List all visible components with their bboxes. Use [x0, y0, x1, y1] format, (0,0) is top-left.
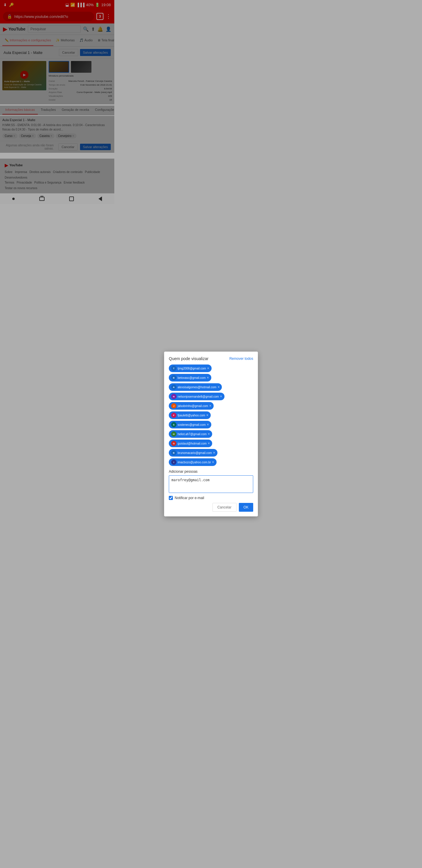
modal-overlay: Quem pode visualizar Remover todos T tjm…: [0, 0, 114, 217]
